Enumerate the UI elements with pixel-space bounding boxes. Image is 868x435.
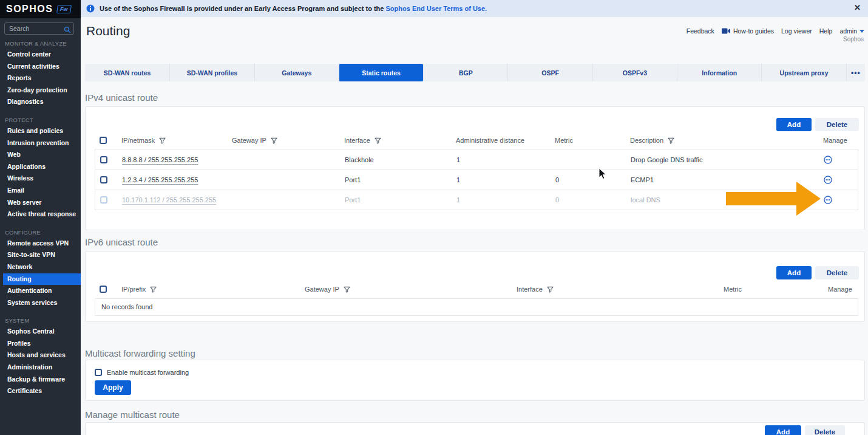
tab-ospfv3[interactable]: OSPFv3 [592, 64, 677, 81]
user-subtitle: Sophos [843, 36, 864, 43]
tab-upstream-proxy[interactable]: Upstream proxy [761, 64, 846, 81]
tab-overflow[interactable]: ••• [846, 64, 865, 81]
tab-information[interactable]: Information [677, 64, 761, 81]
route-ip-link[interactable]: 1.2.3.4 / 255.255.255.255 [122, 176, 198, 183]
ipv6-add-button[interactable]: Add [776, 266, 812, 279]
search-icon[interactable] [64, 25, 71, 36]
ipv6-select-all-checkbox[interactable] [100, 286, 107, 293]
col-ip-netmask: IP/netmask [121, 137, 232, 144]
ipv6-heading: IPv6 unicast route [85, 237, 158, 247]
sidebar-item-authentication[interactable]: Authentication [0, 285, 81, 297]
nav-section-monitor: MONITOR & ANALYZE [0, 37, 81, 49]
sidebar-item-applications[interactable]: Applications [0, 161, 81, 173]
sidebar-item-intrusion-prevention[interactable]: Intrusion prevention [0, 137, 81, 149]
sidebar-item-network[interactable]: Network [0, 261, 81, 273]
sidebar: SOPHOS Fw MONITOR & ANALYZE Control cent… [0, 0, 81, 435]
tab-gateways[interactable]: Gateways [254, 64, 339, 81]
manage-menu-icon[interactable] [824, 196, 859, 204]
ipv4-select-all-checkbox[interactable] [100, 137, 107, 144]
tab-bgp[interactable]: BGP [423, 64, 507, 81]
ipv4-add-button[interactable]: Add [776, 118, 812, 131]
feedback-link[interactable]: Feedback [687, 27, 714, 35]
sidebar-item-wireless[interactable]: Wireless [0, 173, 81, 185]
admin-menu[interactable]: admin [839, 27, 864, 35]
eap-banner: Use of the Sophos Firewall is provided u… [81, 0, 868, 17]
sidebar-search[interactable] [4, 22, 74, 35]
filter-icon[interactable] [344, 286, 350, 293]
sidebar-item-rules-and-policies[interactable]: Rules and policies [0, 125, 81, 137]
close-icon[interactable]: ✕ [854, 3, 861, 12]
filter-icon[interactable] [159, 137, 166, 144]
sidebar-item-sophos-central[interactable]: Sophos Central [0, 326, 81, 338]
sidebar-item-routing[interactable]: Routing [3, 273, 81, 286]
manage-menu-icon[interactable] [824, 176, 859, 184]
sidebar-item-backup-firmware[interactable]: Backup & firmware [0, 374, 81, 386]
route-ip-link[interactable]: 8.8.8.8 / 255.255.255.255 [122, 156, 198, 163]
log-viewer-link[interactable]: Log viewer [781, 27, 812, 35]
filter-icon[interactable] [375, 137, 381, 144]
sidebar-item-active-threat-response[interactable]: Active threat response [0, 208, 81, 221]
app: SOPHOS Fw MONITOR & ANALYZE Control cent… [0, 0, 868, 435]
annotation-arrow [722, 179, 826, 218]
main-content: Routing Feedback How-to guides Log viewe… [81, 17, 868, 435]
sidebar-item-site-to-site-vpn[interactable]: Site-to-site VPN [0, 249, 81, 261]
sidebar-item-diagnostics[interactable]: Diagnostics [0, 96, 81, 108]
row-checkbox[interactable] [100, 156, 107, 163]
filter-icon[interactable] [150, 286, 157, 293]
col-interface: Interface [344, 137, 456, 144]
filter-icon[interactable] [668, 137, 674, 144]
manage-menu-icon[interactable] [824, 156, 859, 164]
ipv6-delete-button[interactable]: Delete [815, 266, 859, 279]
col-metric: Metric [724, 286, 828, 293]
tab-sdwan-routes[interactable]: SD-WAN routes [85, 64, 169, 81]
filter-icon[interactable] [271, 137, 277, 144]
ipv4-table-header: IP/netmask Gateway IP Interface Administ… [95, 134, 858, 147]
ipv4-delete-button[interactable]: Delete [815, 118, 859, 131]
table-row: 8.8.8.8 / 255.255.255.255 Blackhole 1 Dr… [95, 149, 858, 170]
row-checkbox[interactable] [100, 176, 107, 183]
sidebar-item-certificates[interactable]: Certificates [0, 385, 81, 397]
sidebar-item-reports[interactable]: Reports [0, 72, 81, 84]
sidebar-item-administration[interactable]: Administration [0, 361, 81, 374]
manage-multicast-delete-button[interactable]: Delete [805, 425, 845, 435]
manage-multicast-card: Add Delete [85, 422, 865, 435]
tab-sdwan-profiles[interactable]: SD-WAN profiles [169, 64, 254, 81]
sidebar-item-profiles[interactable]: Profiles [0, 338, 81, 350]
sidebar-item-hosts-and-services[interactable]: Hosts and services [0, 349, 81, 361]
col-admin-distance: Administrative distance [456, 137, 555, 144]
enable-multicast-label: Enable multicast forwarding [107, 369, 189, 376]
page-title: Routing [86, 24, 130, 38]
col-ip-prefix: IP/prefix [121, 286, 305, 293]
manage-multicast-add-button[interactable]: Add [765, 425, 801, 435]
help-link[interactable]: Help [819, 27, 833, 35]
filter-icon[interactable] [547, 286, 554, 293]
sidebar-item-email[interactable]: Email [0, 185, 81, 197]
sidebar-nav: MONITOR & ANALYZE Control center Current… [0, 37, 81, 397]
chevron-down-icon [860, 30, 864, 33]
sidebar-item-web[interactable]: Web [0, 149, 81, 161]
banner-terms-link[interactable]: Sophos End User Terms of Use. [386, 5, 487, 12]
mouse-cursor [598, 168, 611, 181]
sidebar-item-current-activities[interactable]: Current activities [0, 61, 81, 73]
sidebar-item-remote-access-vpn[interactable]: Remote access VPN [0, 238, 81, 250]
banner-text: Use of the Sophos Firewall is provided u… [100, 5, 487, 12]
tabbar: SD-WAN routes SD-WAN profiles Gateways S… [85, 64, 865, 81]
ipv4-heading: IPv4 unicast route [85, 92, 158, 103]
sidebar-item-system-services[interactable]: System services [0, 297, 81, 309]
video-camera-icon [722, 28, 730, 34]
tab-ospf[interactable]: OSPF [507, 64, 592, 81]
route-ip-link[interactable]: 10.170.1.112 / 255.255.255.255 [122, 196, 216, 204]
sidebar-item-control-center[interactable]: Control center [0, 49, 81, 61]
col-metric: Metric [555, 137, 630, 144]
col-description: Description [630, 137, 823, 144]
sidebar-item-zero-day-protection[interactable]: Zero-day protection [0, 84, 81, 97]
col-gateway-ip: Gateway IP [305, 286, 517, 293]
header-links: Feedback How-to guides Log viewer Help a… [679, 27, 864, 35]
tab-static-routes[interactable]: Static routes [339, 64, 423, 81]
row-checkbox[interactable] [100, 196, 107, 204]
sophos-logo: SOPHOS Fw [0, 0, 81, 18]
apply-button[interactable]: Apply [95, 380, 131, 395]
howto-guides-link[interactable]: How-to guides [722, 27, 774, 35]
enable-multicast-checkbox[interactable] [95, 369, 102, 376]
sidebar-item-web-server[interactable]: Web server [0, 197, 81, 209]
